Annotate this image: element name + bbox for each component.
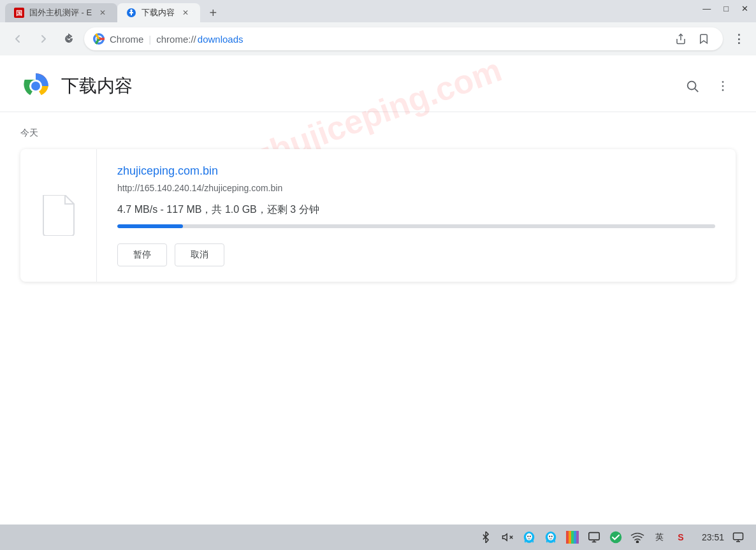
page-title: 下载内容 xyxy=(61,74,133,98)
svg-rect-32 xyxy=(589,533,599,540)
svg-rect-30 xyxy=(574,531,576,544)
downloads-header-right xyxy=(680,73,736,99)
lang-label[interactable]: 英 xyxy=(651,530,667,545)
svg-text:国: 国 xyxy=(16,10,22,17)
page-more-button[interactable] xyxy=(710,73,736,99)
download-card: zhujiceping.com.bin http://165.140.240.1… xyxy=(20,149,736,282)
address-path: downloads xyxy=(198,34,244,45)
tab-favicon-1: 国 xyxy=(14,8,24,18)
progress-bar-container xyxy=(117,224,715,228)
cancel-button[interactable]: 取消 xyxy=(175,243,224,266)
svg-point-10 xyxy=(31,82,40,90)
search-button[interactable] xyxy=(680,73,705,99)
tab-active[interactable]: 下载内容 ✕ xyxy=(117,3,200,22)
screen-icon[interactable] xyxy=(586,530,602,545)
svg-marker-16 xyxy=(503,534,507,541)
reload-button[interactable] xyxy=(59,29,79,49)
title-bar: 国 国外主机测评 - E ✕ 下载内容 ✕ + — □ ✕ xyxy=(0,0,756,22)
tab-favicon-2 xyxy=(126,8,136,18)
address-bar[interactable]: Chrome | chrome://downloads xyxy=(84,27,723,50)
svg-rect-27 xyxy=(566,531,569,544)
address-origin: Chrome xyxy=(110,34,143,45)
download-actions: 暂停 取消 xyxy=(117,243,715,266)
svg-point-13 xyxy=(722,81,724,83)
address-actions xyxy=(671,29,714,49)
forward-button[interactable] xyxy=(33,29,54,49)
bookmark-button[interactable] xyxy=(694,29,714,49)
file-icon xyxy=(41,195,76,236)
wifi-icon[interactable] xyxy=(630,530,645,545)
window-controls: — □ ✕ xyxy=(702,4,748,13)
address-protocol: chrome:// xyxy=(156,34,196,45)
qq2-icon[interactable] xyxy=(543,530,558,545)
svg-line-12 xyxy=(695,89,698,92)
svg-point-21 xyxy=(527,536,528,537)
svg-point-11 xyxy=(688,82,696,90)
svg-point-15 xyxy=(722,89,724,91)
browser-more-button[interactable]: ⋮ xyxy=(728,29,748,49)
svg-rect-37 xyxy=(734,533,743,540)
nav-bar: Chrome | chrome://downloads ⋮ xyxy=(0,22,756,55)
maximize-button[interactable]: □ xyxy=(723,4,729,13)
downloads-content: 今天 zhujiceping.com.bin http://165.140.24… xyxy=(0,112,756,297)
svg-point-24 xyxy=(548,533,554,540)
svg-point-14 xyxy=(722,85,724,87)
svg-rect-29 xyxy=(571,531,574,544)
svg-rect-31 xyxy=(576,531,579,544)
taskbar-time: 23:51 xyxy=(695,532,724,542)
tab-title-1: 国外主机测评 - E xyxy=(29,7,92,18)
tab-title-2: 下载内容 xyxy=(142,7,175,18)
share-button[interactable] xyxy=(671,29,691,49)
qq1-icon[interactable] xyxy=(521,530,537,545)
new-tab-button[interactable]: + xyxy=(203,3,223,22)
address-text: Chrome | chrome://downloads xyxy=(110,34,244,45)
taskbar: 英 S 23:51 xyxy=(0,525,756,550)
taskbar-icons: 英 S 23:51 xyxy=(478,530,746,545)
minimize-button[interactable]: — xyxy=(702,4,711,13)
download-url: http://165.140.240.14/zhujiceping.com.bi… xyxy=(117,183,715,193)
mute-icon[interactable] xyxy=(500,530,515,545)
downloads-header-left: 下载内容 xyxy=(20,71,680,101)
svg-rect-28 xyxy=(569,531,571,544)
close-button[interactable]: ✕ xyxy=(741,4,748,13)
svg-point-35 xyxy=(610,532,622,543)
chrome-logo xyxy=(20,71,51,101)
tab-close-1[interactable]: ✕ xyxy=(97,7,108,18)
page-content: 下载内容 zhujiceping.com 今天 zhujiceping.com xyxy=(0,55,756,525)
notification-icon[interactable] xyxy=(731,530,746,545)
file-icon-area xyxy=(20,149,97,282)
ime-icon[interactable]: S xyxy=(673,530,688,545)
section-title: 今天 xyxy=(20,127,736,139)
colors-icon[interactable] xyxy=(565,530,580,545)
progress-bar-fill xyxy=(117,224,183,228)
svg-point-20 xyxy=(526,533,532,540)
svg-point-36 xyxy=(637,541,639,543)
tab-close-2[interactable]: ✕ xyxy=(180,7,191,18)
download-info: zhujiceping.com.bin http://165.140.240.1… xyxy=(97,149,736,282)
svg-point-26 xyxy=(551,536,553,537)
bluetooth-icon[interactable] xyxy=(478,530,493,545)
tabs-area: 国 国外主机测评 - E ✕ 下载内容 ✕ + xyxy=(5,0,223,22)
check-icon[interactable] xyxy=(608,530,623,545)
back-button[interactable] xyxy=(8,29,28,49)
download-filename[interactable]: zhujiceping.com.bin xyxy=(117,164,715,178)
pause-button[interactable]: 暂停 xyxy=(117,243,167,266)
tab-inactive[interactable]: 国 国外主机测评 - E ✕ xyxy=(5,3,117,22)
svg-point-25 xyxy=(549,536,550,537)
downloads-header: 下载内容 xyxy=(0,55,756,112)
address-separator: | xyxy=(149,34,151,45)
address-favicon xyxy=(93,33,105,45)
download-speed: 4.7 MB/s - 117 MB，共 1.0 GB，还剩 3 分钟 xyxy=(117,203,715,217)
svg-point-22 xyxy=(530,536,531,537)
